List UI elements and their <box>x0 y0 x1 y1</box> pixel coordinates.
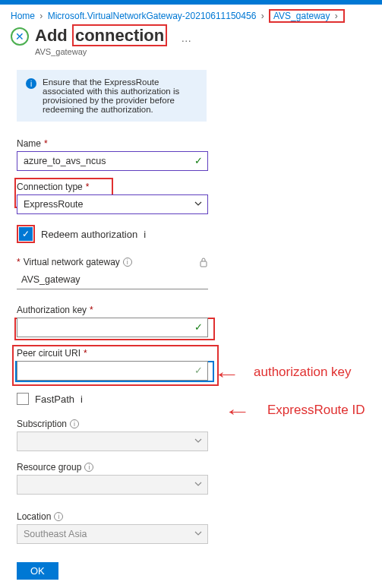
annotation-authorization-key: authorization key <box>254 365 352 380</box>
info-outline-icon[interactable]: i <box>70 419 79 428</box>
page-title: Add connection <box>35 26 167 46</box>
subscription-field: Subscription i <box>17 419 365 451</box>
subscription-label: Subscription <box>17 419 67 429</box>
arrow-left-icon: ← <box>213 362 241 386</box>
chevron-down-icon <box>194 529 203 540</box>
connection-icon: ✕ <box>11 27 29 46</box>
resource-group-field: Resource group i <box>17 462 365 495</box>
fastpath-checkbox[interactable] <box>17 393 29 405</box>
location-select: Southeast Asia <box>17 524 208 544</box>
required-icon: * <box>44 138 48 149</box>
annotation-box: ✓ <box>17 225 35 243</box>
redeem-authorization-label: Redeem authorization <box>41 229 137 240</box>
info-outline-icon[interactable]: i <box>84 463 93 472</box>
resource-group-select <box>17 475 208 495</box>
ok-button[interactable]: OK <box>17 562 58 580</box>
name-label: Name <box>17 138 41 149</box>
chevron-down-icon <box>194 479 203 491</box>
peer-circuit-uri-input[interactable]: ✓ <box>17 361 208 381</box>
more-menu-icon[interactable]: … <box>181 32 191 44</box>
required-icon: * <box>86 182 90 192</box>
chevron-down-icon <box>194 436 203 447</box>
connection-type-label: Connection type <box>17 182 83 192</box>
connection-type-field: Connection type * ExpressRoute <box>17 182 365 214</box>
checkmark-icon: ✓ <box>194 321 203 333</box>
authorization-key-field: Authorization key * ✓ <box>17 305 365 337</box>
annotation-expressroute-id: ExpressRoute ID <box>267 403 365 418</box>
resource-group-label: Resource group <box>17 462 81 473</box>
virtual-network-gateway-field: * Virtual network gateway i <box>17 257 365 289</box>
auth-key-label: Authorization key <box>17 305 87 315</box>
vng-input <box>17 270 208 289</box>
peer-label: Peer circuit URI <box>17 348 81 359</box>
name-field: Name * azure_to_avs_ncus ✓ <box>17 138 365 171</box>
authorization-key-input[interactable]: ✓ <box>17 318 208 337</box>
redeem-authorization-checkbox[interactable]: ✓ <box>19 227 33 241</box>
info-callout: i Ensure that the ExpressRoute associate… <box>17 70 207 122</box>
svg-rect-0 <box>200 261 207 267</box>
info-outline-icon[interactable]: i <box>123 258 132 267</box>
breadcrumb-current[interactable]: AVS_gateway › <box>269 9 345 23</box>
location-field: Location i Southeast Asia <box>17 511 365 544</box>
required-icon: * <box>84 348 87 359</box>
fastpath-label: FastPath <box>35 394 74 405</box>
info-outline-icon[interactable]: i <box>81 394 83 405</box>
checkmark-icon: ✓ <box>194 365 203 376</box>
chevron-right-icon: › <box>335 11 338 21</box>
info-text: Ensure that the ExpressRoute associated … <box>43 77 197 114</box>
page-header: ✕ Add connection AVS_gateway … <box>0 21 382 59</box>
arrow-left-icon: ← <box>224 400 251 423</box>
vng-label: Virtual network gateway <box>24 257 120 267</box>
location-label: Location <box>17 511 51 522</box>
name-input[interactable]: azure_to_avs_ncus ✓ <box>17 151 208 171</box>
breadcrumb-home[interactable]: Home <box>11 11 35 21</box>
required-icon: * <box>90 305 93 315</box>
required-icon: * <box>17 257 21 267</box>
connection-type-select[interactable]: ExpressRoute <box>17 194 208 214</box>
info-icon: i <box>26 78 36 89</box>
subscription-select <box>17 432 208 451</box>
info-outline-icon[interactable]: i <box>54 512 63 521</box>
info-outline-icon[interactable]: i <box>144 229 146 240</box>
breadcrumb: Home › Microsoft.VirtualNetworkGateway-2… <box>0 5 382 21</box>
chevron-right-icon: › <box>39 11 43 21</box>
breadcrumb-gateway-deployment[interactable]: Microsoft.VirtualNetworkGateway-20210611… <box>48 11 257 21</box>
page-subtitle: AVS_gateway <box>35 47 167 56</box>
checkmark-icon: ✓ <box>194 155 203 166</box>
chevron-down-icon <box>194 199 203 210</box>
lock-icon <box>199 257 208 270</box>
redeem-authorization-row: ✓ Redeem authorization i <box>17 225 365 243</box>
chevron-right-icon: › <box>261 11 264 21</box>
